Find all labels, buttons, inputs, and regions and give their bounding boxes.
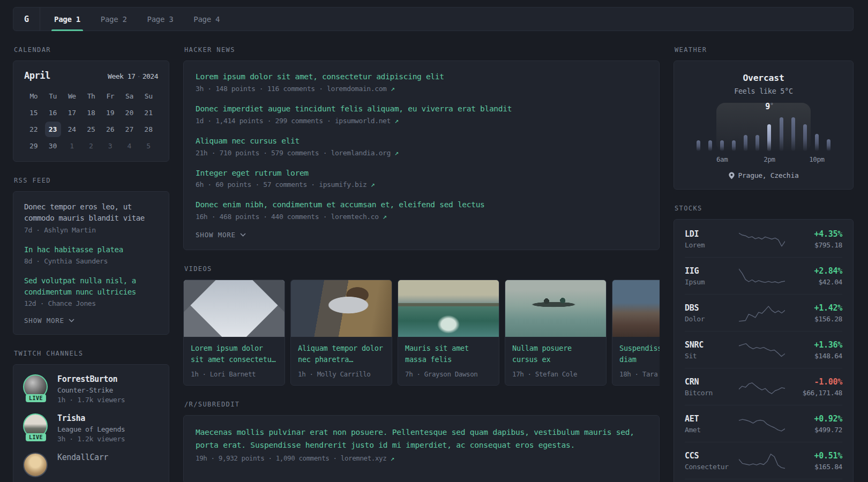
video-card[interactable]: Suspendisse eget diam 18h · Tara <box>612 280 660 386</box>
post-link[interactable]: Maecenas mollis pulvinar erat non posuer… <box>196 426 647 451</box>
tab-page-2[interactable]: Page 2 <box>93 7 134 31</box>
stock-name: Lorem <box>685 241 736 249</box>
channel-name[interactable]: Trisha <box>57 413 125 423</box>
rss-item-link[interactable]: Sed volutpat nulla nisl, a condimentum n… <box>24 275 158 298</box>
video-title[interactable]: Mauris sit amet massa felis <box>405 343 492 365</box>
stock-values: +0.51% $165.84 <box>788 451 842 471</box>
video-card[interactable]: Nullam posuere cursus ex 17h · Stefan Co… <box>505 280 607 386</box>
rss-item: Sed volutpat nulla nisl, a condimentum n… <box>24 275 158 308</box>
stock-row: DBS Dolor +1.42% $156.28 <box>685 295 842 332</box>
app-logo[interactable]: G <box>13 7 40 31</box>
rss-show-more-button[interactable]: SHOW MORE <box>24 317 158 325</box>
stock-row: AET Amet +0.92% $499.72 <box>685 405 842 442</box>
calendar-day: 25 <box>81 121 101 138</box>
rss-item-meta: 12d · Chance Jones <box>24 299 158 307</box>
video-card[interactable]: Mauris sit amet massa felis 7h · Grayson… <box>398 280 499 386</box>
calendar-day: 30 <box>43 138 63 154</box>
subreddit-widget: Maecenas mollis pulvinar erat non posuer… <box>183 415 660 482</box>
post-meta: 19h · 9,932 points · 1,090 comments · lo… <box>196 454 647 462</box>
video-title[interactable]: Aliquam tempor dolor nec pharetra… <box>298 343 385 365</box>
stocks-section: STOCKS LDI Lorem +4.35% $795.18 IIG <box>674 205 854 482</box>
video-card-body: Lorem ipsum dolor sit amet consectetu… 1… <box>184 337 285 385</box>
stock-id: CCS Consectetur <box>685 451 736 471</box>
calendar-day: 5 <box>139 138 158 154</box>
twitch-channel-row[interactable]: KendallCarr <box>23 453 159 477</box>
video-thumbnail <box>184 280 285 337</box>
channel-game: Counter-Strike <box>57 386 125 394</box>
rss-item-link[interactable]: Donec tempor eros leo, ut commodo mauris… <box>24 201 158 224</box>
rss-item-link[interactable]: In hac habitasse platea <box>24 244 158 255</box>
stock-row: AHS +0.46% <box>685 479 842 482</box>
stock-symbol: SNRC <box>685 340 736 350</box>
story-domain[interactable]: ipsumify.biz <box>319 180 366 189</box>
twitch-channel-row[interactable]: LIVE ForrestBurton Counter-Strike 1h · 1… <box>23 374 159 404</box>
story-domain[interactable]: loremdomain.com <box>327 85 386 93</box>
story-link[interactable]: Integer eget rutrum lorem <box>196 168 647 178</box>
stock-sparkline <box>736 339 788 360</box>
stock-sparkline <box>736 302 788 323</box>
weather-section-title: WEATHER <box>675 46 854 54</box>
video-meta: 1h · Molly Carrillo <box>298 370 385 378</box>
chevron-down-icon <box>240 233 246 237</box>
calendar-day: 19 <box>101 104 120 121</box>
stock-row: CRN Bitcorn -1.00% $66,171.48 <box>685 368 842 405</box>
tab-page-4[interactable]: Page 4 <box>186 7 227 31</box>
stock-price: $156.28 <box>788 315 842 323</box>
weather-bar <box>780 117 783 151</box>
calendar-weekday: Tu <box>43 88 63 104</box>
weather-bar <box>827 139 830 151</box>
weather-time-labels: 6am2pm10pm <box>697 155 830 164</box>
video-card[interactable]: Lorem ipsum dolor sit amet consectetu… 1… <box>183 280 285 386</box>
stocks-section-title: STOCKS <box>675 205 854 212</box>
story-stats: 21h · 710 points · 579 comments · <box>196 149 331 157</box>
story-domain[interactable]: ipsumworld.net <box>335 117 391 125</box>
rss-widget: Donec tempor eros leo, ut commodo mauris… <box>13 191 169 335</box>
video-title[interactable]: Suspendisse eget diam <box>619 343 660 365</box>
video-meta: 7h · Grayson Dawson <box>405 370 492 378</box>
weather-location-label: Prague, Czechia <box>738 171 799 179</box>
story-link[interactable]: Donec imperdiet augue tincidunt felis al… <box>196 104 647 114</box>
twitch-channel-row[interactable]: LIVE Trisha League of Legends 3h · 1.2k … <box>23 413 159 443</box>
avatar <box>23 453 48 477</box>
channel-name[interactable]: ForrestBurton <box>57 374 125 384</box>
story-link[interactable]: Lorem ipsum dolor sit amet, consectetur … <box>196 72 647 82</box>
stock-values: +1.42% $156.28 <box>788 303 842 323</box>
video-card[interactable]: Aliquam tempor dolor nec pharetra… 1h · … <box>290 280 392 386</box>
stock-id: LDI Lorem <box>685 229 736 249</box>
weather-time-label: 2pm <box>764 155 775 163</box>
hackernews-show-more-button[interactable]: SHOW MORE <box>196 231 647 239</box>
story-domain[interactable]: loremtech.co <box>331 213 379 221</box>
channel-info: KendallCarr <box>57 453 108 462</box>
stock-price: $42.04 <box>788 278 842 286</box>
stock-sparkline <box>736 450 788 471</box>
story-link[interactable]: Donec enim nibh, condimentum et accumsan… <box>196 200 647 210</box>
video-title[interactable]: Lorem ipsum dolor sit amet consectetu… <box>191 343 278 365</box>
calendar-day: 21 <box>139 104 158 121</box>
post-domain[interactable]: loremnet.xyz <box>341 454 387 462</box>
post-stats: 19h · 9,932 points · 1,090 comments · <box>196 454 341 462</box>
story-link[interactable]: Aliquam nec cursus elit <box>196 136 647 146</box>
story-meta: 1d · 1,414 points · 299 comments · ipsum… <box>196 117 647 125</box>
stock-symbol: CCS <box>685 451 736 461</box>
stock-row: LDI Lorem +4.35% $795.18 <box>685 221 842 258</box>
location-pin-icon <box>729 172 735 179</box>
calendar-day: 15 <box>24 104 43 121</box>
video-card-body: Mauris sit amet massa felis 7h · Grayson… <box>398 337 499 385</box>
stock-id: DBS Dolor <box>685 303 736 323</box>
stock-values: +4.35% $795.18 <box>788 229 842 249</box>
channel-name[interactable]: KendallCarr <box>57 453 108 462</box>
tab-page-3[interactable]: Page 3 <box>140 7 181 31</box>
weather-bar <box>791 117 795 151</box>
tab-page-1[interactable]: Page 1 <box>47 7 88 31</box>
story-domain[interactable]: loremlandia.org <box>331 149 391 157</box>
calendar-day: 3 <box>101 138 120 154</box>
stock-row: CCS Consectetur +0.51% $165.84 <box>685 442 842 479</box>
video-title[interactable]: Nullam posuere cursus ex <box>512 343 599 365</box>
stock-symbol: CRN <box>685 377 736 387</box>
left-column: CALENDAR April Week 17·2024 MoTuWeThFrSa… <box>13 46 169 482</box>
stock-sparkline <box>736 413 788 434</box>
stock-change: +0.51% <box>788 451 842 461</box>
weather-bars <box>697 104 830 151</box>
weather-bar <box>803 124 807 151</box>
stock-price: $66,171.48 <box>788 389 842 397</box>
